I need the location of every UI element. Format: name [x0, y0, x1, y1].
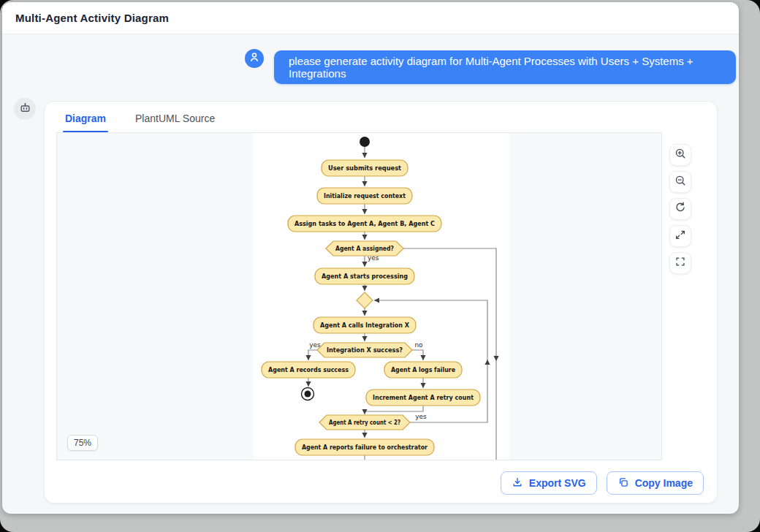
app-header: Multi-Agent Activity Diagram [2, 2, 739, 34]
zoom-out-icon [674, 174, 687, 190]
export-svg-button[interactable]: Export SVG [501, 471, 597, 495]
zoom-in-icon [674, 147, 687, 163]
activity-label: Agent A calls Integration X [320, 322, 409, 329]
edge-label: no [414, 341, 423, 349]
activity-diagram-svg: yesyesnoyesUser submits requestInitializ… [254, 133, 509, 460]
zoom-out-button[interactable] [669, 171, 691, 193]
decision-label: Agent A retry count < 2? [329, 419, 400, 426]
user-message-bubble: please generate activity diagram for Mul… [274, 50, 736, 84]
activity-label: Agent A reports failure to orchestrator [302, 444, 428, 451]
edge [365, 406, 423, 414]
screenshot-stage: Multi-Agent Activity Diagram please gene… [0, 0, 760, 532]
copy-image-button[interactable]: Copy Image [607, 471, 704, 495]
arrowhead [362, 336, 367, 341]
activity-label: Agent A starts processing [322, 273, 408, 280]
assistant-avatar [14, 98, 36, 120]
arrowhead [362, 311, 367, 316]
app-window: Multi-Agent Activity Diagram please gene… [2, 2, 739, 514]
arrowhead [305, 381, 311, 387]
expand-icon [674, 228, 687, 244]
person-icon [248, 51, 260, 66]
arrowhead [374, 297, 379, 303]
decision-label: Agent A assigned? [335, 245, 394, 252]
expand-button[interactable] [669, 225, 691, 247]
zoom-controls [669, 144, 691, 274]
edge [403, 248, 496, 460]
fullscreen-button[interactable] [669, 252, 691, 274]
diagram-card: Diagram PlantUML Source yesyesnoyesUser … [44, 101, 718, 503]
zoom-level-badge: 75% [67, 435, 98, 451]
reset-rotate-icon [674, 201, 687, 217]
arrowhead [420, 355, 425, 360]
download-icon [512, 476, 523, 490]
activity-label: Increment Agent A retry count [373, 394, 474, 401]
activity-label: Agent A logs failure [391, 366, 455, 373]
merge-node [357, 292, 373, 308]
arrowhead [484, 360, 490, 365]
diagram-canvas[interactable]: yesyesnoyesUser submits requestInitializ… [56, 132, 662, 460]
card-footer: Export SVG Copy Image [45, 471, 704, 495]
arrowhead [362, 235, 367, 240]
robot-icon [19, 102, 31, 117]
arrowhead [362, 181, 367, 186]
arrowhead [362, 153, 367, 158]
arrowhead [362, 262, 367, 267]
arrowhead [420, 383, 425, 388]
page-title: Multi-Agent Activity Diagram [15, 12, 169, 24]
copy-image-label: Copy Image [635, 477, 693, 489]
end-node-dot [305, 391, 311, 398]
export-svg-label: Export SVG [529, 477, 586, 489]
diagram-sheet: yesyesnoyesUser submits requestInitializ… [254, 133, 509, 460]
copy-icon [618, 476, 629, 490]
arrowhead [362, 286, 367, 291]
arrowhead [362, 209, 367, 214]
zoom-in-button[interactable] [669, 144, 691, 166]
arrowhead [305, 355, 311, 360]
tab-bar: Diagram PlantUML Source [65, 109, 215, 132]
decision-label: Integration X success? [327, 346, 403, 354]
activity-label: Initialize request context [324, 192, 406, 200]
edge-label: yes [415, 413, 427, 420]
arrowhead [493, 356, 498, 361]
reset-view-button[interactable] [669, 198, 691, 220]
activity-label: Agent A records success [268, 366, 349, 373]
arrowhead [362, 433, 367, 438]
user-avatar [245, 49, 264, 68]
activity-label: User submits request [328, 164, 402, 172]
start-node [360, 137, 370, 147]
user-message-text: please generate activity diagram for Mul… [289, 55, 721, 80]
tab-diagram[interactable]: Diagram [65, 113, 106, 129]
tab-plantuml-source[interactable]: PlantUML Source [135, 113, 215, 129]
fullscreen-icon [674, 255, 687, 271]
activity-label: Assign tasks to Agent A, Agent B, Agent … [294, 220, 435, 227]
